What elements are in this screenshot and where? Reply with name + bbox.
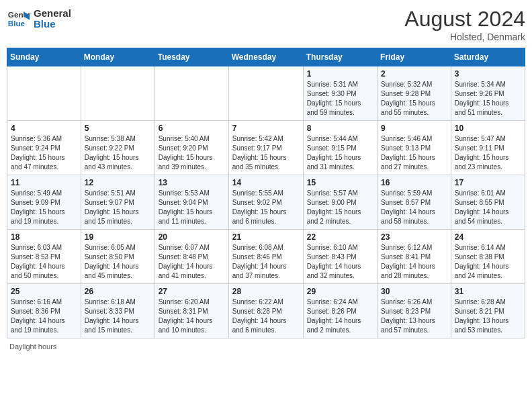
title-block: August 2024 Holsted, Denmark bbox=[404, 7, 525, 42]
calendar-cell: 26Sunrise: 6:18 AMSunset: 8:33 PMDayligh… bbox=[81, 284, 154, 338]
calendar-cell: 31Sunrise: 6:28 AMSunset: 8:21 PMDayligh… bbox=[451, 284, 525, 338]
days-of-week-row: SundayMondayTuesdayWednesdayThursdayFrid… bbox=[7, 48, 525, 66]
day-number: 14 bbox=[232, 178, 300, 187]
day-number: 20 bbox=[159, 232, 225, 242]
day-number: 26 bbox=[85, 287, 151, 296]
day-number: 4 bbox=[11, 124, 77, 133]
day-number: 16 bbox=[381, 178, 447, 187]
day-info: Sunrise: 5:53 AMSunset: 9:04 PMDaylight:… bbox=[159, 189, 225, 226]
calendar-cell: 17Sunrise: 6:01 AMSunset: 8:55 PMDayligh… bbox=[451, 175, 525, 230]
day-info: Sunrise: 5:49 AMSunset: 9:09 PMDaylight:… bbox=[11, 189, 77, 226]
logo: General Blue General Blue bbox=[7, 7, 71, 31]
calendar-cell: 23Sunrise: 6:12 AMSunset: 8:41 PMDayligh… bbox=[378, 230, 451, 284]
calendar-cell: 6Sunrise: 5:40 AMSunset: 9:20 PMDaylight… bbox=[154, 121, 228, 175]
day-number: 12 bbox=[85, 178, 151, 187]
dow-header: Wednesday bbox=[228, 48, 303, 66]
day-info: Sunrise: 6:10 AMSunset: 8:43 PMDaylight:… bbox=[307, 243, 373, 281]
dow-header: Friday bbox=[378, 48, 451, 66]
day-info: Sunrise: 6:24 AMSunset: 8:26 PMDaylight:… bbox=[307, 298, 373, 335]
calendar-week-row: 1Sunrise: 5:31 AMSunset: 9:30 PMDaylight… bbox=[7, 66, 525, 121]
day-number: 23 bbox=[381, 232, 447, 242]
calendar-cell: 21Sunrise: 6:08 AMSunset: 8:46 PMDayligh… bbox=[228, 230, 303, 284]
day-info: Sunrise: 5:42 AMSunset: 9:17 PMDaylight:… bbox=[232, 134, 300, 172]
calendar-cell bbox=[81, 66, 154, 121]
day-number: 21 bbox=[232, 232, 300, 242]
day-info: Sunrise: 5:51 AMSunset: 9:07 PMDaylight:… bbox=[85, 189, 151, 226]
calendar-cell: 20Sunrise: 6:07 AMSunset: 8:48 PMDayligh… bbox=[154, 230, 228, 284]
day-number: 11 bbox=[11, 178, 77, 187]
day-info: Sunrise: 5:34 AMSunset: 9:26 PMDaylight:… bbox=[455, 80, 521, 118]
month-year: August 2024 bbox=[404, 7, 525, 32]
day-number: 8 bbox=[307, 124, 373, 133]
calendar-cell: 3Sunrise: 5:34 AMSunset: 9:26 PMDaylight… bbox=[451, 66, 525, 121]
day-number: 28 bbox=[232, 287, 300, 296]
day-info: Sunrise: 6:01 AMSunset: 8:55 PMDaylight:… bbox=[455, 189, 521, 226]
calendar-cell: 13Sunrise: 5:53 AMSunset: 9:04 PMDayligh… bbox=[154, 175, 228, 230]
calendar-cell: 27Sunrise: 6:20 AMSunset: 8:31 PMDayligh… bbox=[154, 284, 228, 338]
day-number: 15 bbox=[307, 178, 373, 187]
day-info: Sunrise: 6:12 AMSunset: 8:41 PMDaylight:… bbox=[381, 243, 447, 281]
day-number: 27 bbox=[159, 287, 225, 296]
calendar-cell: 24Sunrise: 6:14 AMSunset: 8:38 PMDayligh… bbox=[451, 230, 525, 284]
day-info: Sunrise: 6:03 AMSunset: 8:53 PMDaylight:… bbox=[11, 243, 77, 281]
day-info: Sunrise: 5:57 AMSunset: 9:00 PMDaylight:… bbox=[307, 189, 373, 226]
day-info: Sunrise: 5:32 AMSunset: 9:28 PMDaylight:… bbox=[381, 80, 447, 118]
day-number: 17 bbox=[455, 178, 521, 187]
day-info: Sunrise: 6:05 AMSunset: 8:50 PMDaylight:… bbox=[85, 243, 151, 281]
day-info: Sunrise: 6:08 AMSunset: 8:46 PMDaylight:… bbox=[232, 243, 300, 281]
dow-header: Monday bbox=[81, 48, 154, 66]
logo-icon: General Blue bbox=[7, 7, 31, 31]
day-info: Sunrise: 5:55 AMSunset: 9:02 PMDaylight:… bbox=[232, 189, 300, 226]
day-info: Sunrise: 5:31 AMSunset: 9:30 PMDaylight:… bbox=[307, 80, 373, 118]
day-info: Sunrise: 5:36 AMSunset: 9:24 PMDaylight:… bbox=[11, 134, 77, 172]
calendar-cell: 30Sunrise: 6:26 AMSunset: 8:23 PMDayligh… bbox=[378, 284, 451, 338]
calendar-cell: 8Sunrise: 5:44 AMSunset: 9:15 PMDaylight… bbox=[303, 121, 377, 175]
logo-line1: General bbox=[34, 8, 71, 19]
day-number: 31 bbox=[455, 287, 521, 296]
day-info: Sunrise: 5:40 AMSunset: 9:20 PMDaylight:… bbox=[159, 134, 225, 172]
calendar-cell: 11Sunrise: 5:49 AMSunset: 9:09 PMDayligh… bbox=[7, 175, 81, 230]
calendar-cell: 28Sunrise: 6:22 AMSunset: 8:28 PMDayligh… bbox=[228, 284, 303, 338]
day-info: Sunrise: 6:18 AMSunset: 8:33 PMDaylight:… bbox=[85, 298, 151, 335]
day-number: 2 bbox=[381, 69, 447, 79]
day-info: Sunrise: 6:16 AMSunset: 8:36 PMDaylight:… bbox=[11, 298, 77, 335]
day-number: 9 bbox=[381, 124, 447, 133]
calendar-cell: 29Sunrise: 6:24 AMSunset: 8:26 PMDayligh… bbox=[303, 284, 377, 338]
day-number: 30 bbox=[381, 287, 447, 296]
calendar-cell: 9Sunrise: 5:46 AMSunset: 9:13 PMDaylight… bbox=[378, 121, 451, 175]
calendar-week-row: 11Sunrise: 5:49 AMSunset: 9:09 PMDayligh… bbox=[7, 175, 525, 230]
calendar-cell bbox=[228, 66, 303, 121]
day-info: Sunrise: 5:38 AMSunset: 9:22 PMDaylight:… bbox=[85, 134, 151, 172]
day-info: Sunrise: 6:07 AMSunset: 8:48 PMDaylight:… bbox=[159, 243, 225, 281]
dow-header: Tuesday bbox=[154, 48, 228, 66]
day-info: Sunrise: 5:47 AMSunset: 9:11 PMDaylight:… bbox=[455, 134, 521, 172]
day-number: 18 bbox=[11, 232, 77, 242]
day-info: Sunrise: 6:20 AMSunset: 8:31 PMDaylight:… bbox=[159, 298, 225, 335]
day-info: Sunrise: 5:46 AMSunset: 9:13 PMDaylight:… bbox=[381, 134, 447, 172]
day-info: Sunrise: 5:44 AMSunset: 9:15 PMDaylight:… bbox=[307, 134, 373, 172]
day-number: 24 bbox=[455, 232, 521, 242]
calendar-cell: 19Sunrise: 6:05 AMSunset: 8:50 PMDayligh… bbox=[81, 230, 154, 284]
day-number: 6 bbox=[159, 124, 225, 133]
day-number: 29 bbox=[307, 287, 373, 296]
dow-header: Sunday bbox=[7, 48, 81, 66]
calendar-cell: 15Sunrise: 5:57 AMSunset: 9:00 PMDayligh… bbox=[303, 175, 377, 230]
day-number: 13 bbox=[159, 178, 225, 187]
dow-header: Thursday bbox=[303, 48, 377, 66]
calendar-table: SundayMondayTuesdayWednesdayThursdayFrid… bbox=[7, 48, 525, 338]
day-number: 5 bbox=[85, 124, 151, 133]
day-number: 3 bbox=[455, 69, 521, 79]
day-info: Sunrise: 6:22 AMSunset: 8:28 PMDaylight:… bbox=[232, 298, 300, 335]
calendar-cell bbox=[154, 66, 228, 121]
day-number: 1 bbox=[307, 69, 373, 79]
day-number: 10 bbox=[455, 124, 521, 133]
day-number: 25 bbox=[11, 287, 77, 296]
footer: Daylight hours bbox=[7, 342, 525, 351]
calendar-week-row: 4Sunrise: 5:36 AMSunset: 9:24 PMDaylight… bbox=[7, 121, 525, 175]
day-number: 7 bbox=[232, 124, 300, 133]
day-info: Sunrise: 6:14 AMSunset: 8:38 PMDaylight:… bbox=[455, 243, 521, 281]
calendar-cell: 14Sunrise: 5:55 AMSunset: 9:02 PMDayligh… bbox=[228, 175, 303, 230]
calendar-cell: 25Sunrise: 6:16 AMSunset: 8:36 PMDayligh… bbox=[7, 284, 81, 338]
calendar-week-row: 18Sunrise: 6:03 AMSunset: 8:53 PMDayligh… bbox=[7, 230, 525, 284]
calendar-cell: 22Sunrise: 6:10 AMSunset: 8:43 PMDayligh… bbox=[303, 230, 377, 284]
